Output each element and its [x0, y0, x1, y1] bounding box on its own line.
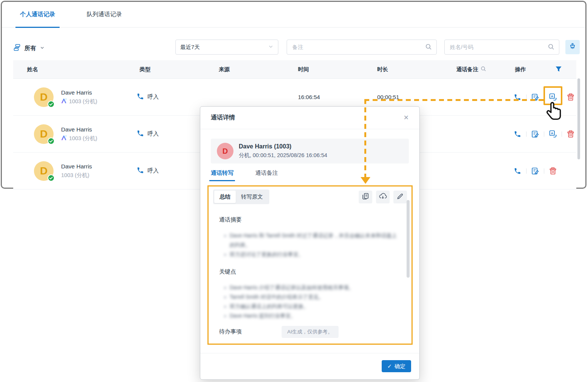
annotation-arrowhead [361, 177, 370, 184]
hand-cursor-icon [546, 101, 563, 122]
contact-name: Dave Harris [61, 126, 97, 133]
org-icon [13, 44, 21, 53]
summary-scrollbar[interactable] [407, 200, 410, 278]
tab-call-note[interactable]: 通话备注 [255, 170, 278, 181]
registered-check-icon [48, 174, 55, 182]
table-vertical-scrollbar[interactable] [577, 78, 580, 159]
blurred-list-item: Tarrell Smith 对话中的介绍表示了意见。 [224, 292, 397, 302]
ok-button-label: 确定 [395, 363, 405, 370]
extension-number: 1003 (分机) [61, 172, 89, 179]
ok-button[interactable]: ✓ 确定 [382, 360, 411, 372]
call-type-cell: 呼入 [137, 116, 159, 152]
copy-button[interactable] [359, 191, 372, 203]
transcription-toolbar: 总结 转写原文 [209, 186, 411, 207]
col-header-note: 通话备注 [456, 60, 486, 78]
ai-transcript-icon [61, 98, 67, 105]
avatar: D [34, 87, 54, 107]
tab-personal-call-log[interactable]: 个人通话记录 [15, 2, 60, 28]
col-header-name: 姓名 [27, 60, 38, 78]
section-title-key-points: 关键点 [219, 268, 401, 275]
keypoints-bullet-list-blurred: Dave Harris 介绍了通话记录以及如何使用相关事项。 Tarrell S… [219, 283, 401, 321]
delete-icon[interactable] [567, 93, 575, 101]
date-range-value: 最近7天 [180, 44, 200, 51]
search-icon[interactable] [548, 43, 554, 51]
annotation-dashed-line-vertical [364, 99, 366, 177]
close-icon[interactable]: ✕ [404, 114, 409, 122]
modal-tab-bar: 通话转写 通话备注 [200, 170, 419, 181]
transcription-icon[interactable]: A [549, 130, 557, 138]
segment-original-transcript[interactable]: 转写原文 [236, 191, 268, 203]
annotation-dashed-line-horizontal [364, 99, 544, 101]
inbound-call-icon [137, 93, 144, 101]
check-icon: ✓ [387, 363, 392, 369]
delete-icon[interactable] [567, 130, 575, 138]
svg-text:A: A [551, 131, 554, 135]
tab-queue-call-log[interactable]: 队列通话记录 [82, 2, 126, 28]
modal-footer: ✓ 确定 [200, 353, 419, 379]
contact-summary-card: D Dave Harris (1003) 分机, 00:00:51, 2025/… [211, 139, 409, 163]
col-header-duration: 时长 [377, 60, 388, 78]
ai-transcript-icon [61, 135, 67, 142]
contact-cell: D Dave Harris 1003 (分机) [34, 79, 97, 115]
contact-cell: D Dave Harris 1003 (分机) [34, 116, 97, 152]
contact-name: Dave Harris [61, 163, 92, 170]
avatar: D [34, 124, 54, 144]
edit-button[interactable] [393, 191, 407, 203]
search-icon[interactable] [425, 43, 432, 51]
blurred-list-item: Dave Harris 和 Tarrell Smith 对过了通话记录，并且会确… [224, 231, 397, 250]
avatar: D [34, 161, 54, 181]
note-search-input[interactable] [292, 44, 425, 50]
modal-title: 通话详情 [211, 114, 235, 122]
tab-call-transcription[interactable]: 通话转写 [211, 170, 233, 181]
call-details-modal: 通话详情 ✕ D Dave Harris (1003) 分机, 00:00:51… [200, 106, 420, 380]
clear-filters-button[interactable] [565, 40, 580, 54]
scope-filter-label: 所有 [25, 44, 36, 52]
cloud-download-icon [379, 192, 387, 202]
registered-check-icon [48, 138, 55, 145]
col-header-time: 时间 [298, 60, 309, 78]
edit-note-icon[interactable] [531, 130, 539, 138]
note-column-search-icon[interactable] [481, 66, 486, 73]
chevron-down-icon [40, 45, 45, 52]
tab-queue-label: 队列通话记录 [87, 11, 122, 18]
contact-cell: D Dave Harris 1003 (分机) [34, 153, 92, 189]
call-type-cell: 呼入 [137, 79, 159, 115]
modal-contact-name: Dave Harris (1003) [239, 143, 327, 150]
delete-icon[interactable] [549, 167, 557, 175]
name-number-search-input[interactable] [449, 44, 548, 50]
registered-check-icon [48, 101, 55, 108]
section-title-call-summary: 通话摘要 [219, 216, 401, 223]
screenshot-stage: 个人通话记录 队列通话记录 所有 最近7天 姓名 类型 [0, 0, 588, 382]
blurred-list-item: 双方还讨论了更换的行业事宜。 [224, 250, 397, 259]
extension-number: 1003 (分机) [69, 98, 97, 105]
call-icon[interactable] [513, 167, 522, 175]
segment-summary[interactable]: 总结 [214, 191, 236, 203]
transcription-panel-highlighted: 总结 转写原文 通话摘要 Dave Harris 和 Tarrell Smith… [207, 185, 413, 345]
blurred-list-item: Dave Harris 介绍了通话记录以及如何使用相关事项。 [224, 283, 397, 292]
modal-header: 通话详情 ✕ [200, 107, 419, 129]
summary-content: 通话摘要 Dave Harris 和 Tarrell Smith 对过了通话记录… [209, 207, 411, 344]
inbound-call-icon [137, 167, 144, 175]
scope-filter[interactable]: 所有 [13, 41, 45, 56]
copy-icon [362, 193, 369, 202]
edit-note-icon[interactable] [531, 167, 539, 175]
table-header-row: 姓名 类型 来源 时间 时长 通话备注 操作 [13, 60, 576, 79]
download-button[interactable] [376, 191, 390, 203]
name-number-search-field [444, 40, 559, 55]
summary-segmented-control: 总结 转写原文 [213, 189, 269, 204]
column-filter-icon[interactable] [555, 60, 562, 78]
top-tab-bar: 个人通话记录 队列通话记录 [2, 2, 585, 28]
blurred-list-item: Dave Harris 提到行业事宜。 [224, 311, 397, 321]
blurred-list-item: 双方确认通话上的列表可以更换。 [224, 302, 397, 311]
contact-name: Dave Harris [61, 89, 97, 96]
call-icon[interactable] [513, 130, 522, 138]
brush-icon [569, 43, 576, 52]
call-type-cell: 呼入 [137, 153, 159, 189]
note-search-field [287, 40, 437, 55]
operation-cell [513, 153, 557, 189]
date-range-select[interactable]: 最近7天 [175, 40, 278, 55]
inbound-call-icon [137, 130, 144, 138]
operation-cell: A [513, 116, 575, 152]
summary-bullet-list-blurred: Dave Harris 和 Tarrell Smith 对过了通话记录，并且会确… [219, 231, 401, 259]
modal-contact-meta: 分机, 00:00:51, 2025/08/26 16:06:54 [239, 152, 327, 159]
